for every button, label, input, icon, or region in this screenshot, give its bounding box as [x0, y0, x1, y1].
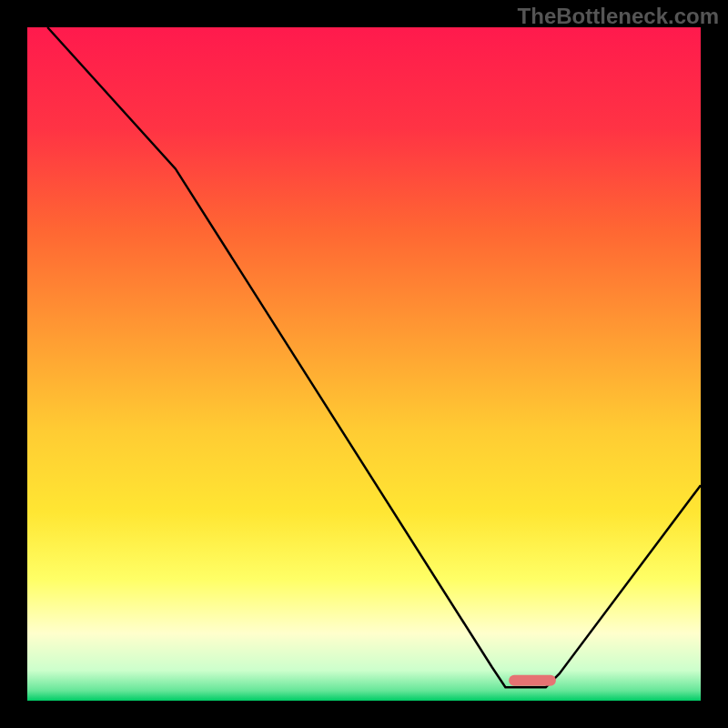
- optimal-marker: [509, 675, 556, 686]
- watermark-text: TheBottleneck.com: [518, 4, 719, 29]
- chart-container: TheBottleneck.com: [0, 0, 728, 728]
- plot-background: [27, 27, 701, 701]
- bottleneck-chart: [0, 0, 728, 728]
